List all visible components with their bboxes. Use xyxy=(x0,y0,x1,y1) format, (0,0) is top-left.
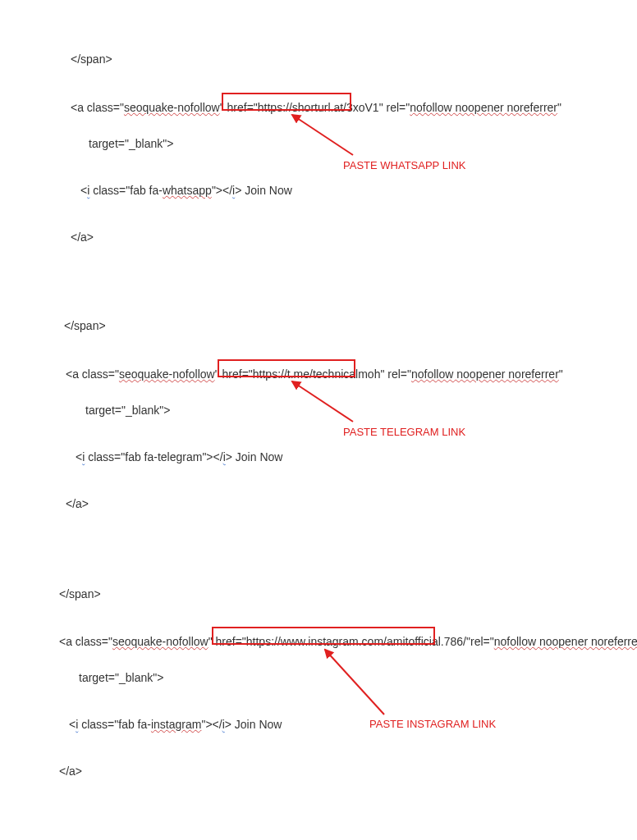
code-text: " rel=" xyxy=(380,368,411,381)
icon-line: <i class="fab fa-instagram"></i> Join No… xyxy=(69,715,282,733)
close-a-tag: </a> xyxy=(59,762,82,780)
icon-name: whatsapp xyxy=(163,184,212,197)
icon-line: <i class="fab fa-telegram"></i> Join Now xyxy=(76,448,282,466)
code-text: " href=" xyxy=(220,101,258,114)
icon-line: <i class="fab fa-whatsapp"></i> Join Now xyxy=(80,181,292,199)
href-value: https://www.instagram.com/amitofficial.7… xyxy=(246,635,466,648)
rel-value: nofollow noopener noreferrer xyxy=(410,101,557,114)
close-a-tag: </a> xyxy=(71,228,94,246)
rel-value: nofollow noopener noreferrer xyxy=(494,635,637,648)
href-value: https://t.me/technicalmoh xyxy=(253,368,381,381)
arrow-icon xyxy=(287,110,361,159)
code-text: <i class="fab fa-telegram"></i> Join Now xyxy=(76,450,282,463)
href-value: https://shorturl.at/3xoV1 xyxy=(258,101,379,114)
code-text: <a class=" xyxy=(59,635,112,648)
target-line: target="_blank"> xyxy=(89,135,173,153)
close-a-tag: </a> xyxy=(66,495,89,513)
code-text: " href=" xyxy=(209,635,246,648)
arrow-icon xyxy=(287,377,361,426)
target-line: target="_blank"> xyxy=(79,669,163,687)
class-value: seoquake-nofollow xyxy=(112,635,209,648)
arrow-icon xyxy=(320,645,394,719)
code-text: <a class=" xyxy=(66,368,119,381)
rel-pre: rel=" xyxy=(470,635,494,648)
anchor-open-line: <a class="seoquake-nofollow" href="https… xyxy=(66,365,563,383)
class-value: seoquake-nofollow xyxy=(119,368,215,381)
class-value: seoquake-nofollow xyxy=(124,101,220,114)
close-span-tag: </span> xyxy=(64,317,106,335)
close-span-tag: </span> xyxy=(71,50,112,68)
annotation-whatsapp: PASTE WHATSAPP LINK xyxy=(343,158,466,175)
svg-line-1 xyxy=(292,381,353,422)
code-text: "></i> Join Now xyxy=(212,184,292,197)
close-span-tag: </span> xyxy=(59,585,101,603)
code-text: <i class="fab fa- xyxy=(80,184,163,197)
code-text: " xyxy=(559,368,563,381)
code-text: " xyxy=(557,101,561,114)
code-text: <i class="fab fa-instagram"></i> Join No… xyxy=(69,718,282,731)
svg-line-0 xyxy=(292,115,353,155)
annotation-instagram: PASTE INSTAGRAM LINK xyxy=(369,716,496,733)
anchor-open-line: <a class="seoquake-nofollow" href="https… xyxy=(71,98,561,116)
code-text: <a class=" xyxy=(71,101,124,114)
target-line: target="_blank"> xyxy=(85,401,170,419)
code-text: " href=" xyxy=(215,368,253,381)
rel-value: nofollow noopener noreferrer xyxy=(411,368,559,381)
code-text: " rel=" xyxy=(379,101,410,114)
anchor-open-line: <a class="seoquake-nofollow" href="https… xyxy=(59,632,637,651)
svg-line-2 xyxy=(325,650,384,714)
annotation-telegram: PASTE TELEGRAM LINK xyxy=(343,424,465,441)
